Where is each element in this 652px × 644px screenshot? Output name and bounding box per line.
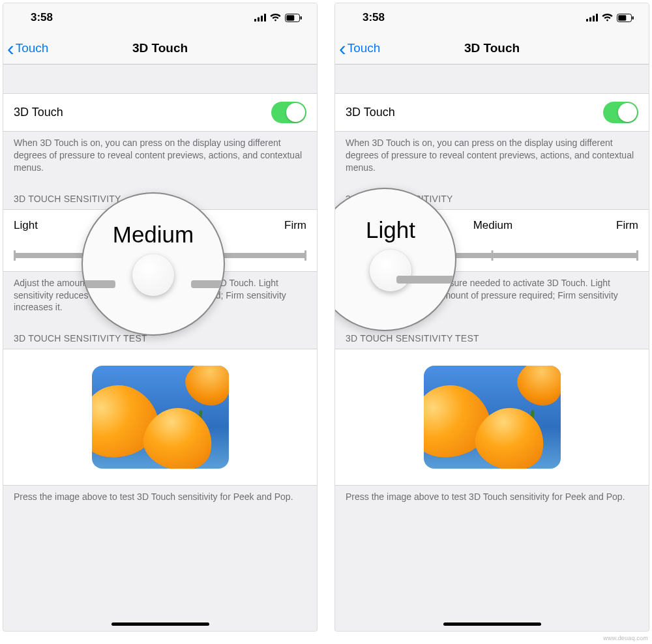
back-label: Touch (348, 41, 381, 55)
slider-tick (304, 250, 306, 261)
svg-rect-0 (254, 19, 256, 22)
battery-icon (285, 14, 303, 22)
slider-tick (636, 250, 638, 261)
toggle-knob (286, 103, 305, 122)
toggle-row-3d-touch: 3D Touch (335, 93, 649, 132)
slider-thumb[interactable] (344, 246, 364, 265)
svg-rect-10 (596, 14, 598, 22)
wifi-icon (602, 14, 613, 22)
battery-icon (617, 14, 634, 22)
svg-rect-3 (264, 14, 266, 22)
toggle-3d-touch[interactable] (603, 102, 638, 123)
toggle-knob (618, 103, 637, 122)
page-title: 3D Touch (3, 41, 317, 55)
test-section (335, 349, 649, 486)
sensitivity-test-image[interactable] (92, 366, 229, 469)
cellular-signal-icon (254, 14, 266, 22)
back-button[interactable]: ‹ Touch (3, 38, 48, 59)
slider-label-medium: Medium (473, 219, 512, 232)
sensitivity-slider-box: Light Medium Firm (3, 209, 317, 272)
phone-left: 3:58 ‹ Touch 3D Touch 3D Touc (3, 3, 318, 632)
slider-label-firm: Firm (284, 219, 306, 232)
toggle-label: 3D Touch (346, 106, 395, 119)
phone-right: 3:58 ‹ Touch 3D Touch 3D Touc (334, 3, 649, 632)
svg-rect-13 (632, 16, 634, 20)
svg-rect-2 (261, 16, 263, 22)
home-indicator[interactable] (443, 622, 541, 626)
watermark: www.deuaq.com (603, 635, 648, 641)
status-icons (586, 14, 634, 22)
nav-bar: ‹ Touch 3D Touch (3, 32, 317, 65)
test-header: 3D TOUCH SENSITIVITY TEST (3, 320, 317, 349)
svg-rect-5 (286, 15, 294, 20)
slider-label-medium: Medium (141, 219, 181, 232)
status-time: 3:58 (31, 11, 53, 24)
chevron-left-icon: ‹ (339, 38, 346, 59)
test-footer: Press the image above to test 3D Touch s… (335, 486, 649, 510)
svg-rect-12 (618, 15, 626, 20)
sensitivity-test-image[interactable] (424, 366, 561, 469)
svg-rect-6 (301, 16, 302, 20)
status-time: 3:58 (363, 11, 385, 24)
sensitivity-slider-box: Light Medium Firm (335, 209, 649, 272)
page-title: 3D Touch (335, 41, 649, 55)
sensitivity-header: 3D TOUCH SENSITIVITY (335, 181, 649, 209)
slider-label-light: Light (346, 219, 370, 232)
test-header: 3D TOUCH SENSITIVITY TEST (335, 320, 649, 349)
back-label: Touch (16, 41, 49, 55)
sensitivity-header: 3D TOUCH SENSITIVITY (3, 181, 317, 209)
status-bar: 3:58 (3, 3, 317, 32)
slider-thumb[interactable] (151, 246, 170, 265)
sensitivity-footer: Adjust the amount of pressure needed to … (335, 272, 649, 321)
slider-labels: Light Medium Firm (346, 219, 638, 232)
slider-labels: Light Medium Firm (14, 219, 306, 232)
home-indicator[interactable] (111, 622, 209, 626)
toggle-row-3d-touch: 3D Touch (3, 93, 317, 132)
spacer (335, 65, 649, 93)
sensitivity-footer: Adjust the amount of pressure needed to … (3, 272, 317, 321)
svg-rect-1 (258, 18, 259, 22)
nav-bar: ‹ Touch 3D Touch (335, 32, 649, 65)
spacer (3, 65, 317, 93)
slider-tick (491, 250, 493, 261)
status-bar: 3:58 (335, 3, 649, 32)
test-section (3, 349, 317, 486)
slider-label-light: Light (14, 219, 38, 232)
cellular-signal-icon (586, 14, 598, 22)
slider-tick (14, 250, 16, 261)
chevron-left-icon: ‹ (7, 38, 14, 59)
test-footer: Press the image above to test 3D Touch s… (3, 486, 317, 510)
svg-rect-9 (593, 16, 595, 22)
sensitivity-slider[interactable] (14, 244, 306, 263)
svg-rect-7 (586, 19, 588, 22)
wifi-icon (270, 14, 281, 22)
status-icons (254, 14, 303, 22)
toggle-3d-touch[interactable] (271, 102, 306, 123)
toggle-label: 3D Touch (14, 106, 63, 119)
toggle-footer: When 3D Touch is on, you can press on th… (335, 132, 649, 181)
svg-rect-8 (589, 18, 591, 22)
slider-label-firm: Firm (616, 219, 638, 232)
sensitivity-slider[interactable] (346, 244, 638, 263)
toggle-footer: When 3D Touch is on, you can press on th… (3, 132, 317, 181)
back-button[interactable]: ‹ Touch (335, 38, 380, 59)
